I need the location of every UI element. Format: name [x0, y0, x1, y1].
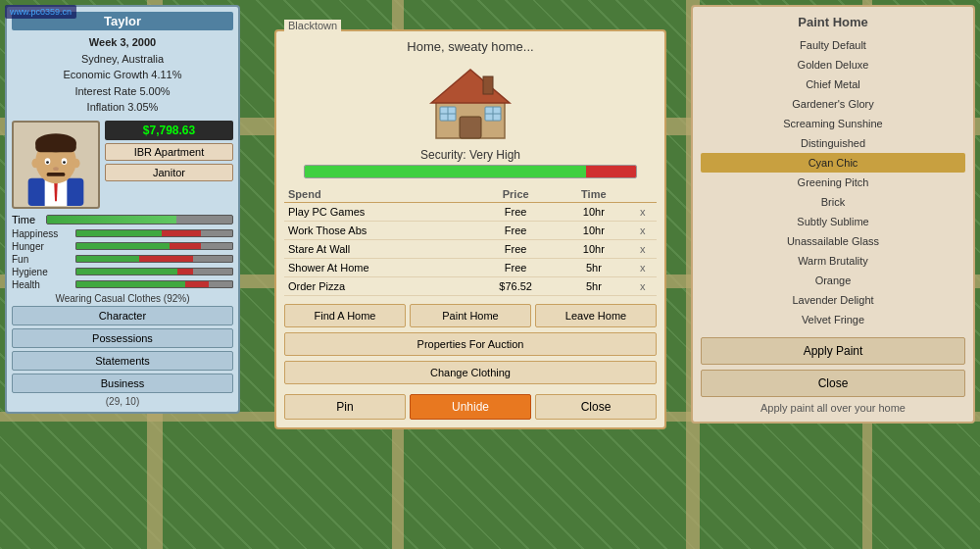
activity-price: Free	[472, 240, 559, 259]
activity-dismiss[interactable]: x	[628, 240, 657, 259]
paint-close-button[interactable]: Close	[701, 370, 965, 397]
stat-happiness: Happiness	[12, 228, 233, 239]
col-time: Time	[559, 186, 628, 203]
activity-dismiss[interactable]: x	[628, 277, 657, 296]
coordinates: (29, 10)	[12, 396, 233, 407]
paint-option[interactable]: Warm Brutality	[701, 251, 965, 271]
statements-button[interactable]: Statements	[12, 351, 233, 371]
avatar-image	[17, 123, 95, 206]
properties-auction-button[interactable]: Properties For Auction	[284, 332, 657, 356]
activity-table: Spend Price Time Play PC Games Free 10hr…	[284, 186, 657, 296]
paint-option[interactable]: Distinguished	[701, 133, 965, 153]
house-icon	[426, 62, 514, 140]
paint-option[interactable]: Velvet Fringe	[701, 310, 965, 329]
activity-name: Work Those Abs	[284, 222, 472, 240]
paint-option[interactable]: Greening Pitch	[701, 173, 965, 192]
svg-point-10	[53, 167, 59, 171]
activity-time: 10hr	[559, 240, 628, 259]
table-row[interactable]: Shower At Home Free 5hr x	[284, 259, 657, 277]
paint-option[interactable]: Cyan Chic	[701, 153, 965, 173]
location: Sydney, Australia	[12, 51, 233, 68]
dismiss-button[interactable]: x	[640, 262, 646, 274]
paint-option[interactable]: Screaming Sunshine	[701, 114, 965, 133]
bottom-buttons: Pin Unhide Close	[284, 394, 657, 420]
panel-location-label: Blacktown	[284, 20, 341, 31]
paint-panel-title: Paint Home	[701, 15, 965, 29]
stat-red	[185, 281, 209, 287]
paint-option[interactable]: Unassailable Glass	[701, 231, 965, 251]
stat-health: Health	[12, 279, 233, 290]
col-action	[628, 186, 657, 203]
change-clothing-button[interactable]: Change Clothing	[284, 361, 657, 384]
stat-green	[76, 281, 185, 287]
unhide-button[interactable]: Unhide	[410, 394, 531, 420]
find-home-button[interactable]: Find A Home	[284, 304, 406, 327]
possessions-button[interactable]: Possessions	[12, 328, 233, 348]
table-row[interactable]: Order Pizza $76.52 5hr x	[284, 277, 657, 296]
table-row[interactable]: Stare At Wall Free 10hr x	[284, 240, 657, 259]
dismiss-button[interactable]: x	[640, 206, 646, 218]
time-section: Time	[12, 214, 233, 225]
activity-price: Free	[472, 222, 559, 240]
apply-paint-button[interactable]: Apply Paint	[701, 337, 965, 365]
svg-rect-16	[460, 117, 481, 138]
activity-time: 5hr	[559, 259, 628, 277]
character-button[interactable]: Character	[12, 306, 233, 325]
stat-red	[170, 243, 201, 249]
paint-option[interactable]: Subtly Sublime	[701, 212, 965, 231]
dismiss-button[interactable]: x	[640, 243, 646, 255]
stat-bar	[75, 280, 233, 288]
stat-label: Hygiene	[12, 267, 75, 277]
activity-dismiss[interactable]: x	[628, 203, 657, 222]
svg-marker-15	[431, 70, 510, 103]
avatar-money-section: $7,798.63 IBR Apartment Janitor	[12, 121, 233, 209]
paint-option[interactable]: Brick	[701, 192, 965, 212]
right-panel: Paint Home Faulty DefaultGolden DeluxeCh…	[691, 5, 975, 424]
pin-button[interactable]: Pin	[284, 394, 406, 420]
svg-point-9	[63, 161, 66, 164]
paint-option[interactable]: Lavender Delight	[701, 290, 965, 310]
svg-rect-11	[47, 173, 66, 176]
activity-price: Free	[472, 259, 559, 277]
money-display: $7,798.63	[105, 121, 233, 140]
security-green	[305, 166, 586, 177]
activity-price: Free	[472, 203, 559, 222]
economic-growth: Economic Growth 4.11%	[12, 67, 233, 83]
paint-option[interactable]: Golden Deluxe	[701, 55, 965, 75]
svg-point-8	[46, 161, 49, 164]
table-row[interactable]: Play PC Games Free 10hr x	[284, 203, 657, 222]
leave-home-button[interactable]: Leave Home	[535, 304, 657, 327]
security-bar	[304, 165, 637, 178]
business-button[interactable]: Business	[12, 374, 233, 393]
activity-dismiss[interactable]: x	[628, 222, 657, 240]
time-bar	[46, 215, 233, 225]
activity-name: Order Pizza	[284, 277, 472, 296]
stat-bar	[75, 255, 233, 263]
dismiss-button[interactable]: x	[640, 280, 646, 292]
time-bar-fill	[47, 216, 176, 224]
stat-green	[76, 256, 139, 262]
stat-label: Hunger	[12, 241, 75, 252]
paint-home-button[interactable]: Paint Home	[410, 304, 531, 327]
time-label: Time	[12, 214, 41, 225]
activity-price: $76.52	[472, 277, 559, 296]
table-row[interactable]: Work Those Abs Free 10hr x	[284, 222, 657, 240]
svg-rect-23	[483, 76, 493, 94]
activity-dismiss[interactable]: x	[628, 259, 657, 277]
player-info: $7,798.63 IBR Apartment Janitor	[105, 121, 233, 181]
stat-label: Fun	[12, 254, 75, 265]
paint-option[interactable]: Faulty Default	[701, 35, 965, 55]
stat-label: Happiness	[12, 228, 75, 239]
paint-option[interactable]: Chief Metal	[701, 75, 965, 94]
inflation: Inflation 3.05%	[12, 99, 233, 116]
job-label: Janitor	[105, 164, 233, 181]
paint-option[interactable]: Orange	[701, 271, 965, 290]
stat-bar	[75, 242, 233, 250]
close-button[interactable]: Close	[535, 394, 657, 420]
dismiss-button[interactable]: x	[640, 225, 646, 236]
col-spend: Spend	[284, 186, 472, 203]
stats-section: Happiness Hunger Fun Hygiene	[12, 228, 233, 290]
paint-option[interactable]: Gardener's Glory	[701, 94, 965, 114]
svg-point-12	[31, 159, 39, 168]
paint-description: Apply paint all over your home	[701, 402, 965, 414]
